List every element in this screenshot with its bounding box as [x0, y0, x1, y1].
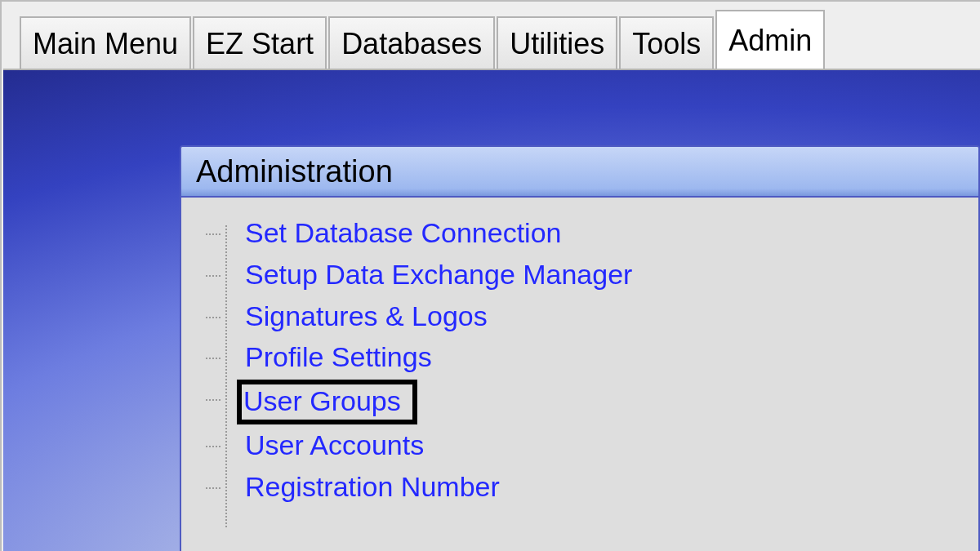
panel-titlebar: Administration: [181, 147, 978, 198]
panel-body: Set Database Connection Setup Data Excha…: [181, 198, 978, 532]
link-set-database-connection[interactable]: Set Database Connection: [240, 214, 566, 254]
app-window: Main Menu EZ Start Databases Utilities T…: [0, 0, 980, 551]
link-registration-number[interactable]: Registration Number: [240, 468, 505, 508]
tab-databases[interactable]: Databases: [328, 16, 495, 72]
link-signatures-logos[interactable]: Signatures & Logos: [240, 297, 492, 337]
tree-item-user-groups: User Groups: [220, 380, 956, 424]
tree-item-setup-data-exchange-manager: Setup Data Exchange Manager: [220, 256, 956, 295]
panel-title: Administration: [196, 154, 393, 189]
link-user-groups[interactable]: User Groups: [237, 380, 417, 424]
tree-item-registration-number: Registration Number: [220, 468, 956, 508]
tab-ez-start[interactable]: EZ Start: [193, 16, 327, 72]
tab-main-menu[interactable]: Main Menu: [20, 16, 191, 72]
link-setup-data-exchange-manager[interactable]: Setup Data Exchange Manager: [240, 256, 637, 295]
tab-tools[interactable]: Tools: [619, 16, 714, 72]
tree-item-user-accounts: User Accounts: [220, 426, 956, 466]
tree-item-profile-settings: Profile Settings: [220, 338, 956, 378]
tree-item-signatures-logos: Signatures & Logos: [220, 297, 956, 337]
link-profile-settings[interactable]: Profile Settings: [240, 338, 437, 378]
administration-panel: Administration Set Database Connection S…: [180, 145, 980, 551]
link-user-accounts[interactable]: User Accounts: [240, 426, 429, 466]
tab-admin[interactable]: Admin: [715, 10, 825, 69]
tree-item-set-database-connection: Set Database Connection: [220, 214, 956, 254]
tab-utilities[interactable]: Utilities: [497, 16, 617, 72]
content-area: Administration Set Database Connection S…: [3, 69, 980, 551]
admin-tree: Set Database Connection Setup Data Excha…: [220, 214, 956, 508]
tab-strip: Main Menu EZ Start Databases Utilities T…: [2, 2, 980, 69]
